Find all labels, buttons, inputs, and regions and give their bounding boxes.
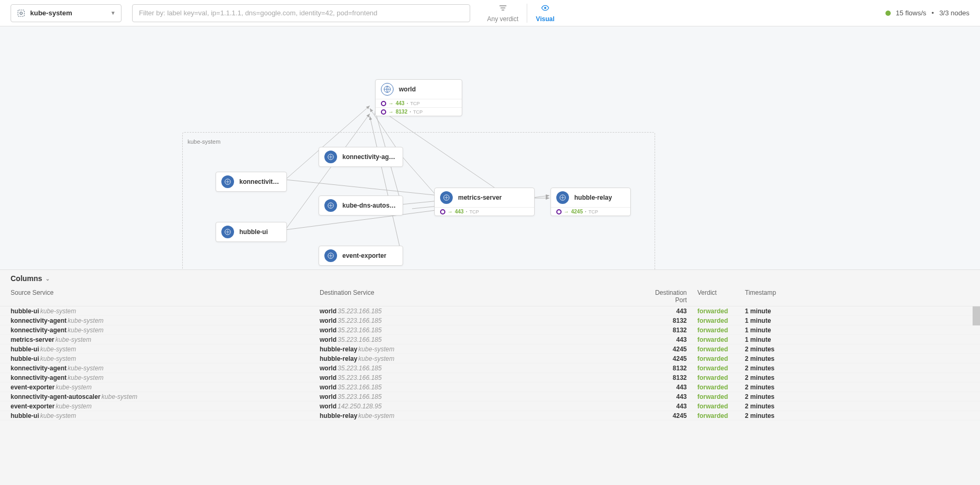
table-row[interactable]: hubble-uikube-systemhubble-relaykube-sys… bbox=[0, 354, 980, 363]
any-verdict-button[interactable]: Any verdict bbox=[479, 2, 527, 25]
svg-rect-0 bbox=[18, 10, 24, 16]
namespace-box-label: kube-system bbox=[188, 138, 220, 145]
node-title: hubble-relay bbox=[574, 194, 612, 201]
visual-label: Visual bbox=[536, 15, 554, 23]
node-title: hubble-ui bbox=[239, 228, 268, 236]
table-row[interactable]: metrics-serverkube-systemworld35.223.166… bbox=[0, 335, 980, 344]
status-dot-sep: • bbox=[931, 9, 934, 17]
chevron-down-icon: ⌄ bbox=[45, 276, 50, 282]
table-row[interactable]: konnectivity-agentkube-systemworld35.223… bbox=[0, 373, 980, 383]
node-title: event-exporter bbox=[342, 252, 386, 259]
node-hubble-ui[interactable]: hubble-ui bbox=[216, 222, 287, 242]
globe-icon bbox=[381, 83, 394, 96]
k8s-icon bbox=[556, 191, 569, 204]
table-body: hubble-uikube-systemworld35.223.166.1854… bbox=[0, 306, 980, 421]
col-ts[interactable]: Timestamp bbox=[745, 289, 819, 304]
view-selector: Any verdict Visual bbox=[479, 2, 563, 25]
node-port: →8132·TCP bbox=[376, 107, 462, 116]
node-event-exporter[interactable]: event-exporter bbox=[319, 246, 403, 266]
status-dot-icon bbox=[885, 11, 891, 16]
namespace-select[interactable]: kube-system ▼ bbox=[11, 4, 122, 22]
svg-point-2 bbox=[544, 7, 546, 9]
node-kube-dns-autoscaler[interactable]: kube-dns-autoscaler bbox=[319, 195, 403, 216]
node-title: konnectivity-agent-autosc... bbox=[342, 153, 397, 161]
flows-rate: 15 flows/s bbox=[896, 9, 927, 17]
flows-table: Columns ⌄ Source Service Destination Ser… bbox=[0, 269, 980, 421]
table-row[interactable]: event-exporterkube-systemworld35.223.166… bbox=[0, 383, 980, 392]
col-dest[interactable]: Destination Service bbox=[320, 289, 652, 304]
node-title: konnectivity-agent bbox=[239, 178, 281, 185]
node-title: metrics-server bbox=[458, 194, 502, 201]
node-title: kube-dns-autoscaler bbox=[342, 202, 397, 209]
k8s-icon bbox=[221, 226, 234, 238]
filter-input[interactable] bbox=[132, 4, 470, 22]
namespace-icon bbox=[16, 8, 26, 18]
table-header-row: Source Service Destination Service Desti… bbox=[0, 287, 980, 306]
scrollbar-thumb[interactable] bbox=[973, 306, 980, 325]
node-metrics-server[interactable]: metrics-server →443·TCP bbox=[434, 188, 535, 216]
table-row[interactable]: hubble-uikube-systemworld35.223.166.1854… bbox=[0, 306, 980, 316]
verdict-icon bbox=[498, 4, 508, 14]
k8s-icon bbox=[324, 249, 337, 262]
topbar: kube-system ▼ Any verdict Visual 15 flow… bbox=[0, 0, 980, 26]
node-port: →443·TCP bbox=[435, 207, 534, 216]
col-source[interactable]: Source Service bbox=[11, 289, 320, 304]
k8s-icon bbox=[221, 175, 234, 188]
node-world[interactable]: world →443·TCP →8132·TCP bbox=[375, 79, 462, 116]
columns-label: Columns bbox=[11, 274, 42, 283]
col-port[interactable]: Destination Port bbox=[652, 289, 697, 304]
table-row[interactable]: konnectivity-agent-autoscalerkube-system… bbox=[0, 392, 980, 402]
node-port: →443·TCP bbox=[376, 99, 462, 107]
node-port: →4245·TCP bbox=[551, 207, 630, 216]
table-row[interactable]: konnectivity-agentkube-systemworld35.223… bbox=[0, 316, 980, 325]
node-hubble-relay[interactable]: hubble-relay →4245·TCP bbox=[550, 188, 631, 216]
table-row[interactable]: hubble-uikube-systemhubble-relaykube-sys… bbox=[0, 411, 980, 421]
chevron-down-icon: ▼ bbox=[110, 10, 116, 16]
nodes-count: 3/3 nodes bbox=[939, 9, 969, 17]
eye-icon bbox=[540, 4, 550, 14]
svg-point-1 bbox=[20, 12, 23, 14]
node-title: world bbox=[399, 86, 416, 93]
node-konnectivity-agent[interactable]: konnectivity-agent bbox=[216, 172, 287, 192]
status-bar: 15 flows/s • 3/3 nodes bbox=[885, 9, 969, 17]
table-row[interactable]: konnectivity-agentkube-systemworld35.223… bbox=[0, 325, 980, 335]
col-verdict[interactable]: Verdict bbox=[697, 289, 745, 304]
topology-canvas[interactable]: kube-system world →443·TCP →8132·TCP kon… bbox=[0, 26, 980, 269]
any-verdict-label: Any verdict bbox=[487, 15, 518, 23]
columns-toggle[interactable]: Columns ⌄ bbox=[0, 270, 980, 287]
table-row[interactable]: konnectivity-agentkube-systemworld35.223… bbox=[0, 363, 980, 373]
visual-button[interactable]: Visual bbox=[527, 2, 563, 25]
node-konnectivity-agent-autoscaler[interactable]: konnectivity-agent-autosc... bbox=[319, 147, 403, 167]
table-row[interactable]: event-exporterkube-systemworld142.250.12… bbox=[0, 402, 980, 411]
table-row[interactable]: hubble-uikube-systemhubble-relaykube-sys… bbox=[0, 344, 980, 354]
k8s-icon bbox=[324, 199, 337, 212]
k8s-icon bbox=[440, 191, 453, 204]
k8s-icon bbox=[324, 151, 337, 163]
namespace-label: kube-system bbox=[30, 9, 110, 17]
